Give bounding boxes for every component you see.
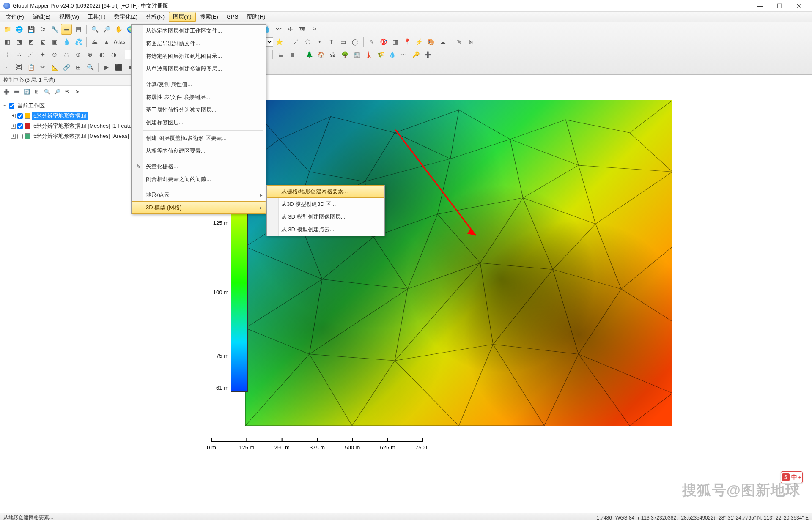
mesh-icon[interactable]: ▲ [101,36,112,47]
cloud-icon[interactable]: ☁ [437,36,448,47]
close-button[interactable]: ✕ [789,0,809,12]
draw-poly-icon[interactable]: ⬠ [302,36,313,47]
house-icon[interactable]: 🏠 [315,49,326,60]
copy-icon[interactable]: ⎘ [466,36,477,47]
tool-d-icon[interactable]: ✂ [37,62,48,73]
sidebar-expand-icon[interactable]: ⊞ [32,87,41,96]
water-flow-icon[interactable]: 💦 [73,36,84,47]
node-8-icon[interactable]: ⊗ [85,49,96,60]
tool-a-icon[interactable]: ▫ [2,62,13,73]
menu-item[interactable]: 基于属性值拆分为独立图层... [132,104,266,116]
menu-item[interactable]: 地形/点云 [132,189,266,201]
collapse-icon[interactable]: − [3,104,7,108]
draw-line-icon[interactable]: ／ [291,36,302,47]
menu-3[interactable]: 工具(T) [83,12,110,22]
layer-checkbox[interactable] [17,134,23,139]
globe-icon[interactable]: 🌐 [14,24,25,35]
tree-2-icon[interactable]: 🌳 [339,49,350,60]
sidebar-eye-icon[interactable]: 👁 [63,87,72,96]
target-icon[interactable]: 🎯 [378,36,389,47]
menu-4[interactable]: 数字化(Z) [110,12,142,22]
menu-6[interactable]: 图层(Y) [169,12,195,22]
tool-e-icon[interactable]: 📐 [49,62,60,73]
map-view[interactable]: 125 m100 m75 m61 m 0 m125 m250 m375 m500… [186,75,812,513]
view-3d-icon[interactable]: 🗺 [297,24,308,35]
open-icon[interactable]: 📁 [2,24,13,35]
tool-f-icon[interactable]: 🔗 [61,62,72,73]
menu-item[interactable]: 将图层导出到新文件... [132,37,266,50]
menu-item[interactable]: 闭合相邻要素之间的间隙... [132,173,266,186]
wind-icon[interactable]: 🌾 [375,49,386,60]
menu-9[interactable]: 帮助(H) [242,12,269,22]
key-icon[interactable]: 🔑 [410,49,421,60]
tool-h-icon[interactable]: 🔍 [85,62,96,73]
custom-icon[interactable]: 🏳 [309,24,320,35]
stack-1-icon[interactable]: ▤ [275,49,286,60]
menu-0[interactable]: 文件(F) [2,12,28,22]
overlay-icon[interactable]: ▦ [73,24,84,35]
menu-5[interactable]: 分析(N) [142,12,169,22]
menu-item[interactable]: 从选定的图层创建工作区文件... [132,25,266,37]
star-icon[interactable]: ⭐ [274,36,285,47]
sidebar-arrow-icon[interactable]: ➤ [73,87,82,96]
node-2-icon[interactable]: ∴ [14,49,25,60]
menu-7[interactable]: 搜索(E) [196,12,222,22]
node-3-icon[interactable]: ⋰ [25,49,36,60]
vector-4-icon[interactable]: ⬕ [37,36,48,47]
expand-icon[interactable]: + [11,114,16,118]
draw-text-icon[interactable]: T [326,36,337,47]
node-5-icon[interactable]: ⊙ [49,49,60,60]
menu-item[interactable]: ✎矢量化栅格... [132,160,266,173]
node-10-icon[interactable]: ◑ [108,49,119,60]
dots-icon[interactable]: ⋯ [398,49,409,60]
node-9-icon[interactable]: ◐ [96,49,107,60]
menu-item[interactable]: 从单波段图层创建多波段图层... [132,63,266,75]
zoom-out-icon[interactable]: 🔎 [101,24,112,35]
hillshade-icon[interactable]: ⛰ [89,36,100,47]
menu-item[interactable]: 3D 模型 (网格) [132,201,266,214]
sidebar-remove-icon[interactable]: ➖ [12,87,21,96]
submenu-item[interactable]: 从3D 模型创建3D 区... [267,198,384,211]
node-6-icon[interactable]: ◌ [61,49,72,60]
menu-item[interactable]: 从相等的值创建区要素... [132,145,266,157]
tool-g-icon[interactable]: ⊞ [73,62,84,73]
expand-icon[interactable]: + [11,134,16,139]
plane-icon[interactable]: ✈ [285,24,296,35]
layer-checkbox[interactable] [17,123,23,129]
edit-2-icon[interactable]: ✎ [454,36,465,47]
expand-icon[interactable]: + [11,124,16,129]
node-4-icon[interactable]: ✦ [37,49,48,60]
draw-point-icon[interactable]: • [314,36,325,47]
plus-icon[interactable]: ➕ [422,49,433,60]
layers-icon[interactable]: 🗂 [37,24,48,35]
draw-rect-icon[interactable]: ▭ [338,36,349,47]
submenu-item[interactable]: 从栅格/地形创建网格要素... [267,185,384,198]
node-1-icon[interactable]: ⊹ [2,49,13,60]
sidebar-zoom-icon[interactable]: 🔎 [52,87,62,96]
vector-1-icon[interactable]: ◧ [2,36,13,47]
grid-2-icon[interactable]: ▦ [390,36,401,47]
node-7-icon[interactable]: ⊕ [73,49,84,60]
pole-icon[interactable]: 🗼 [363,49,374,60]
ime-badge[interactable]: S 中 ✦ [781,471,803,483]
tool-c-icon[interactable]: 📋 [25,62,36,73]
menu-item[interactable]: 将属性 表/文件 联接到层... [132,91,266,104]
submenu-item[interactable]: 从 3D 模型创建点云... [267,223,384,236]
stack-2-icon[interactable]: ▥ [287,49,298,60]
config-icon[interactable]: 🔧 [49,24,60,35]
road-icon[interactable]: 🛣 [327,49,338,60]
menu-item[interactable]: 创建 图层覆盖框/多边形 区要素... [132,132,266,145]
draw-circle-icon[interactable]: ◯ [350,36,361,47]
maximize-button[interactable]: ☐ [770,0,789,12]
play-icon[interactable]: ▶ [101,62,112,73]
pan-icon[interactable]: ✋ [113,24,124,35]
edit-1-icon[interactable]: ✎ [366,36,377,47]
vector-3-icon[interactable]: ◩ [25,36,36,47]
path-icon[interactable]: 〰 [273,24,284,35]
tree-icon[interactable]: 🌲 [304,49,315,60]
stop-icon[interactable]: ⬛ [113,62,124,73]
building-icon[interactable]: 🏢 [351,49,362,60]
vector-5-icon[interactable]: ▣ [49,36,60,47]
menu-8[interactable]: GPS [222,12,242,22]
menu-2[interactable]: 视图(W) [55,12,83,22]
